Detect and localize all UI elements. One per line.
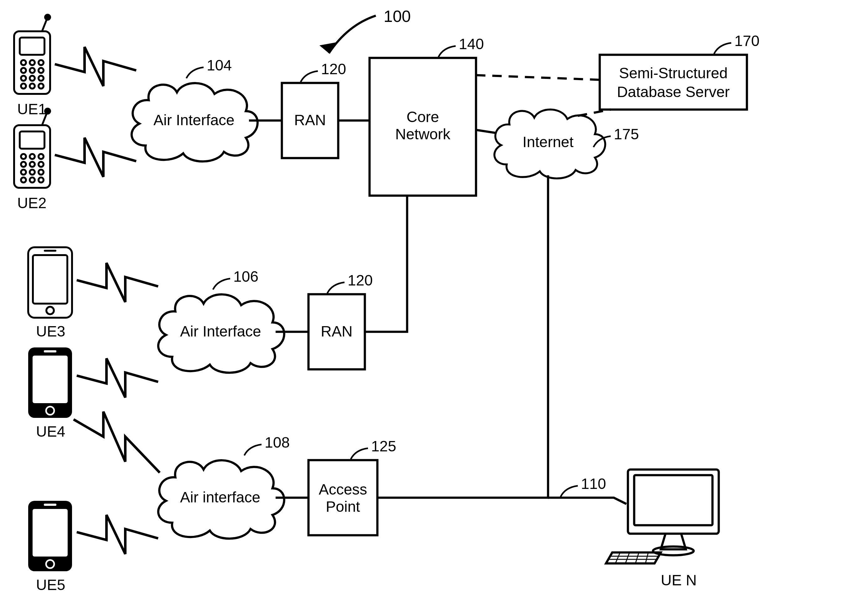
svg-line-53 [645, 553, 648, 563]
core-network-line1: Core [406, 109, 439, 125]
db-server-hook [714, 43, 731, 54]
core-network-hook [438, 46, 456, 57]
access-point-hook [351, 448, 368, 459]
access-point-ref: 125 [371, 438, 396, 455]
air-interface-104-label: Air Interface [153, 112, 235, 128]
ue4-label: UE4 [36, 423, 65, 440]
svg-rect-2 [20, 38, 44, 55]
svg-point-5 [21, 60, 26, 65]
diagram-svg: 100 UE1 UE2 UE3 [0, 0, 844, 616]
link-core-db [476, 75, 600, 80]
svg-point-30 [21, 177, 26, 182]
db-server-box [600, 55, 747, 110]
access-point-line1: Access [319, 481, 368, 498]
ue3-label: UE3 [36, 323, 65, 340]
uen-icon [606, 469, 719, 563]
svg-point-27 [21, 170, 26, 175]
access-point-box [309, 460, 377, 535]
svg-point-23 [38, 154, 44, 159]
svg-point-15 [30, 84, 35, 89]
link-core-internet [476, 130, 496, 133]
access-point-line2: Point [326, 498, 360, 515]
ue3-icon [28, 247, 72, 318]
link-ranB-core [365, 196, 407, 332]
air-interface-108-hook [244, 444, 262, 455]
svg-point-29 [38, 170, 44, 175]
air-interface-104-ref: 104 [207, 57, 232, 73]
svg-point-26 [38, 162, 44, 167]
ue2-label: UE2 [17, 195, 46, 211]
svg-point-13 [38, 76, 44, 81]
svg-rect-46 [634, 475, 712, 525]
svg-point-35 [46, 307, 54, 314]
db-server-ref: 170 [734, 32, 759, 49]
svg-point-20 [45, 109, 50, 114]
db-server-line2: Database Server [617, 84, 730, 100]
wired-hook [560, 486, 578, 497]
db-server-line1: Semi-Structured [619, 65, 728, 81]
svg-point-10 [38, 68, 44, 73]
svg-rect-42 [32, 509, 68, 557]
svg-point-31 [30, 177, 35, 182]
ue4-icon [28, 348, 72, 418]
air-interface-108-ref: 108 [265, 434, 290, 451]
svg-point-21 [21, 154, 26, 159]
air-interface-108-label: Air interface [180, 489, 260, 506]
link-ue2-air104 [55, 138, 136, 177]
svg-rect-44 [44, 504, 56, 506]
svg-point-9 [30, 68, 35, 73]
svg-rect-18 [20, 132, 44, 149]
svg-rect-45 [628, 469, 719, 534]
air-interface-106-ref: 106 [233, 268, 258, 285]
link-ue4-air108 [74, 412, 160, 473]
svg-point-22 [30, 154, 35, 159]
core-network-line2: Network [395, 126, 451, 142]
svg-rect-36 [44, 250, 56, 252]
ran-b-label: RAN [321, 323, 352, 340]
ran-b-ref: 120 [348, 272, 373, 289]
svg-point-6 [30, 60, 35, 65]
air-interface-106-label: Air Interface [180, 323, 261, 340]
link-ue5-air108 [77, 515, 158, 554]
wired-ref: 110 [581, 475, 606, 492]
svg-point-14 [21, 84, 26, 89]
link-ap-internet [377, 175, 548, 498]
svg-point-8 [21, 68, 26, 73]
internet-label: Internet [523, 133, 574, 150]
svg-point-16 [38, 84, 44, 89]
svg-point-28 [30, 170, 35, 175]
ue1-label: UE1 [17, 101, 46, 117]
core-network-ref: 140 [459, 36, 484, 52]
ran-b-hook [327, 282, 344, 293]
svg-line-3 [42, 19, 47, 31]
ue1-icon [14, 15, 50, 94]
svg-point-12 [30, 76, 35, 81]
svg-point-4 [45, 15, 50, 20]
link-ue1-air104 [55, 47, 136, 86]
svg-rect-38 [32, 356, 68, 403]
air-interface-106-hook [213, 279, 230, 289]
ue5-label: UE5 [36, 576, 65, 593]
svg-point-11 [21, 76, 26, 81]
link-wired-uen [548, 498, 626, 504]
svg-rect-40 [44, 350, 56, 352]
svg-point-7 [38, 60, 44, 65]
uen-label: UE N [661, 572, 697, 588]
ue2-icon [14, 109, 50, 188]
ue5-icon [28, 501, 72, 571]
svg-line-51 [625, 553, 629, 563]
figure-ref-arrow: 100 [319, 7, 411, 53]
svg-point-25 [30, 162, 35, 167]
link-ue4-air106 [77, 358, 158, 397]
figure-ref-label: 100 [384, 7, 411, 25]
air-interface-104-hook [186, 67, 204, 78]
link-ue3-air106 [77, 263, 158, 302]
ran-a-label: RAN [294, 112, 326, 128]
svg-line-50 [615, 553, 620, 563]
ran-a-hook [301, 71, 318, 82]
svg-line-52 [635, 553, 639, 563]
svg-point-24 [21, 162, 26, 167]
svg-point-32 [38, 177, 44, 182]
svg-rect-34 [33, 255, 67, 304]
internet-ref: 175 [614, 126, 639, 142]
